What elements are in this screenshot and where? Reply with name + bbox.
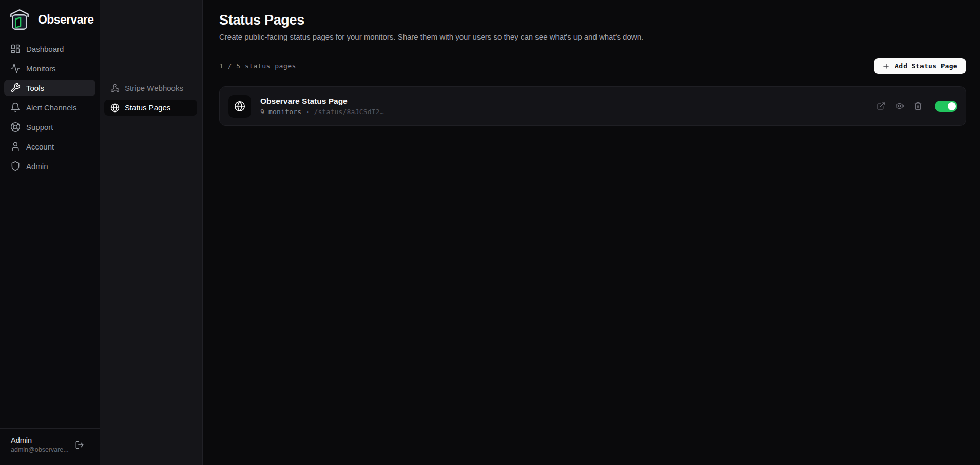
user-name: Admin — [11, 436, 69, 444]
status-page-path: /status/8aJCSdI2… — [314, 108, 383, 116]
sidebar-item-label: Dashboard — [26, 45, 64, 53]
add-status-page-label: Add Status Page — [895, 62, 957, 70]
webhook-icon — [110, 84, 120, 93]
toggle-knob — [948, 102, 956, 110]
sidebar-item-label: Monitors — [26, 64, 56, 73]
dashboard-grid-icon — [10, 44, 21, 54]
primary-nav: Dashboard Monitors Tools Alert Channels … — [0, 36, 100, 178]
main-content: Status Pages Create public-facing status… — [203, 0, 980, 465]
eye-icon — [895, 102, 904, 110]
bell-icon — [10, 102, 21, 113]
brand-header: Observare — [0, 0, 100, 36]
page-title: Status Pages — [219, 12, 966, 28]
tools-subsidebar: Stripe Webhooks Status Pages — [100, 0, 203, 465]
status-page-title: Observare Status Page — [260, 97, 384, 106]
subnav-item-status-pages[interactable]: Status Pages — [104, 100, 197, 116]
status-pages-counter: 1 / 5 status pages — [219, 62, 296, 70]
trash-icon — [914, 102, 923, 110]
sidebar-item-label: Admin — [26, 162, 48, 171]
status-page-enabled-toggle[interactable] — [935, 101, 957, 112]
current-user: Admin admin@observare... — [11, 436, 69, 453]
sidebar-item-label: Alert Channels — [26, 103, 76, 112]
subnav-item-label: Status Pages — [125, 103, 170, 112]
preview-button[interactable] — [895, 102, 904, 110]
brand-name: Observare — [38, 13, 93, 27]
open-external-button[interactable] — [877, 102, 886, 110]
globe-icon — [110, 103, 120, 113]
sidebar-spacer — [0, 178, 100, 428]
status-page-row[interactable]: Observare Status Page 9 monitors · /stat… — [219, 86, 966, 126]
status-page-avatar — [228, 95, 251, 118]
sidebar-item-dashboard[interactable]: Dashboard — [4, 41, 95, 57]
status-page-monitor-count: 9 monitors — [260, 108, 301, 116]
subnav-item-stripe-webhooks[interactable]: Stripe Webhooks — [104, 80, 197, 96]
user-email: admin@observare... — [11, 446, 69, 453]
external-link-icon — [877, 102, 886, 110]
subnav-item-label: Stripe Webhooks — [125, 84, 183, 92]
user-icon — [10, 141, 21, 152]
sidebar-item-monitors[interactable]: Monitors — [4, 60, 95, 77]
sidebar-item-support[interactable]: Support — [4, 119, 95, 135]
observare-logo-icon — [7, 7, 32, 32]
wrench-icon — [10, 83, 21, 93]
shield-icon — [10, 161, 21, 171]
sidebar-item-admin[interactable]: Admin — [4, 158, 95, 174]
sidebar-item-label: Support — [26, 123, 53, 132]
sidebar-item-label: Account — [26, 142, 54, 151]
sidebar-item-tools[interactable]: Tools — [4, 80, 95, 96]
activity-pulse-icon — [10, 63, 21, 73]
logout-button[interactable] — [75, 440, 84, 452]
toolbar: 1 / 5 status pages Add Status Page — [219, 58, 966, 74]
subtitle-separator: · — [305, 108, 310, 116]
sidebar-item-account[interactable]: Account — [4, 138, 95, 155]
sidebar-item-alert-channels[interactable]: Alert Channels — [4, 99, 95, 116]
status-page-info: Observare Status Page 9 monitors · /stat… — [260, 97, 384, 116]
status-page-subtitle: 9 monitors · /status/8aJCSdI2… — [260, 108, 384, 116]
log-out-icon — [75, 440, 84, 450]
add-status-page-button[interactable]: Add Status Page — [874, 58, 966, 74]
status-page-actions — [877, 101, 957, 112]
globe-icon — [234, 101, 245, 112]
primary-sidebar: Observare Dashboard Monitors Tools Alert… — [0, 0, 100, 465]
delete-button[interactable] — [914, 102, 923, 110]
life-buoy-icon — [10, 122, 21, 132]
sidebar-footer: Admin admin@observare... — [0, 428, 100, 465]
sidebar-item-label: Tools — [26, 84, 44, 92]
plus-icon — [882, 63, 890, 70]
page-description: Create public-facing status pages for yo… — [219, 32, 966, 41]
